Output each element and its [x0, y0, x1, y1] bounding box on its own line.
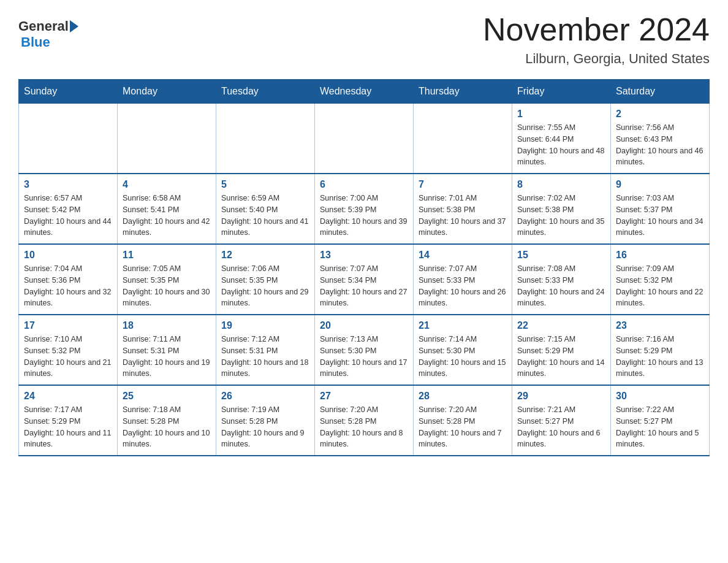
- day-info: Sunrise: 7:04 AMSunset: 5:36 PMDaylight:…: [24, 263, 112, 309]
- calendar-cell: 3Sunrise: 6:57 AMSunset: 5:42 PMDaylight…: [19, 174, 118, 244]
- calendar-cell: 12Sunrise: 7:06 AMSunset: 5:35 PMDayligh…: [216, 244, 315, 315]
- week-row-4: 17Sunrise: 7:10 AMSunset: 5:32 PMDayligh…: [19, 315, 710, 385]
- day-info: Sunrise: 7:56 AMSunset: 6:43 PMDaylight:…: [616, 122, 704, 168]
- day-number: 9: [616, 179, 704, 190]
- calendar-cell: 5Sunrise: 6:59 AMSunset: 5:40 PMDaylight…: [216, 174, 315, 244]
- day-number: 13: [320, 250, 408, 261]
- month-title: November 2024: [483, 12, 710, 47]
- day-number: 18: [123, 320, 211, 331]
- day-number: 15: [517, 250, 605, 261]
- day-number: 24: [24, 391, 112, 402]
- week-row-3: 10Sunrise: 7:04 AMSunset: 5:36 PMDayligh…: [19, 244, 710, 315]
- day-info: Sunrise: 7:20 AMSunset: 5:28 PMDaylight:…: [419, 404, 507, 450]
- calendar-cell: 16Sunrise: 7:09 AMSunset: 5:32 PMDayligh…: [611, 244, 710, 315]
- calendar-cell: 15Sunrise: 7:08 AMSunset: 5:33 PMDayligh…: [512, 244, 611, 315]
- day-info: Sunrise: 7:21 AMSunset: 5:27 PMDaylight:…: [517, 404, 605, 450]
- calendar-cell: [414, 104, 512, 174]
- day-info: Sunrise: 7:08 AMSunset: 5:33 PMDaylight:…: [517, 263, 605, 309]
- day-info: Sunrise: 7:20 AMSunset: 5:28 PMDaylight:…: [320, 404, 408, 450]
- calendar-cell: 24Sunrise: 7:17 AMSunset: 5:29 PMDayligh…: [19, 385, 118, 456]
- calendar-cell: 10Sunrise: 7:04 AMSunset: 5:36 PMDayligh…: [19, 244, 118, 315]
- calendar-cell: 28Sunrise: 7:20 AMSunset: 5:28 PMDayligh…: [414, 385, 512, 456]
- day-number: 2: [616, 109, 704, 120]
- day-number: 25: [123, 391, 211, 402]
- calendar-cell: 20Sunrise: 7:13 AMSunset: 5:30 PMDayligh…: [315, 315, 414, 385]
- calendar-cell: 14Sunrise: 7:07 AMSunset: 5:33 PMDayligh…: [414, 244, 512, 315]
- day-info: Sunrise: 7:09 AMSunset: 5:32 PMDaylight:…: [616, 263, 704, 309]
- week-row-2: 3Sunrise: 6:57 AMSunset: 5:42 PMDaylight…: [19, 174, 710, 244]
- day-number: 27: [320, 391, 408, 402]
- day-number: 22: [517, 320, 605, 331]
- day-number: 8: [517, 179, 605, 190]
- calendar-cell: 22Sunrise: 7:15 AMSunset: 5:29 PMDayligh…: [512, 315, 611, 385]
- day-info: Sunrise: 7:55 AMSunset: 6:44 PMDaylight:…: [517, 122, 605, 168]
- calendar-cell: 2Sunrise: 7:56 AMSunset: 6:43 PMDaylight…: [611, 104, 710, 174]
- header-row: SundayMondayTuesdayWednesdayThursdayFrid…: [19, 80, 710, 104]
- day-info: Sunrise: 7:00 AMSunset: 5:39 PMDaylight:…: [320, 193, 408, 239]
- header-cell-tuesday: Tuesday: [216, 80, 315, 104]
- day-number: 17: [24, 320, 112, 331]
- day-info: Sunrise: 7:15 AMSunset: 5:29 PMDaylight:…: [517, 334, 605, 380]
- calendar-cell: [118, 104, 216, 174]
- calendar-table: SundayMondayTuesdayWednesdayThursdayFrid…: [18, 79, 710, 456]
- calendar-cell: 4Sunrise: 6:58 AMSunset: 5:41 PMDaylight…: [118, 174, 216, 244]
- day-number: 12: [221, 250, 309, 261]
- day-number: 6: [320, 179, 408, 190]
- calendar-header: SundayMondayTuesdayWednesdayThursdayFrid…: [19, 80, 710, 104]
- calendar-cell: [216, 104, 315, 174]
- day-info: Sunrise: 6:58 AMSunset: 5:41 PMDaylight:…: [123, 193, 211, 239]
- week-row-5: 24Sunrise: 7:17 AMSunset: 5:29 PMDayligh…: [19, 385, 710, 456]
- calendar-cell: 18Sunrise: 7:11 AMSunset: 5:31 PMDayligh…: [118, 315, 216, 385]
- calendar-cell: 25Sunrise: 7:18 AMSunset: 5:28 PMDayligh…: [118, 385, 216, 456]
- day-number: 30: [616, 391, 704, 402]
- day-info: Sunrise: 7:12 AMSunset: 5:31 PMDaylight:…: [221, 334, 309, 380]
- day-info: Sunrise: 7:13 AMSunset: 5:30 PMDaylight:…: [320, 334, 408, 380]
- day-info: Sunrise: 7:22 AMSunset: 5:27 PMDaylight:…: [616, 404, 704, 450]
- day-number: 19: [221, 320, 309, 331]
- header-cell-wednesday: Wednesday: [315, 80, 414, 104]
- calendar-cell: 8Sunrise: 7:02 AMSunset: 5:38 PMDaylight…: [512, 174, 611, 244]
- day-number: 10: [24, 250, 112, 261]
- location-subtitle: Lilburn, Georgia, United States: [483, 51, 710, 67]
- day-info: Sunrise: 7:02 AMSunset: 5:38 PMDaylight:…: [517, 193, 605, 239]
- header-cell-thursday: Thursday: [414, 80, 512, 104]
- day-info: Sunrise: 7:19 AMSunset: 5:28 PMDaylight:…: [221, 404, 309, 450]
- logo-flag-icon: [70, 20, 78, 33]
- day-info: Sunrise: 7:06 AMSunset: 5:35 PMDaylight:…: [221, 263, 309, 309]
- day-info: Sunrise: 6:59 AMSunset: 5:40 PMDaylight:…: [221, 193, 309, 239]
- day-number: 21: [419, 320, 507, 331]
- day-info: Sunrise: 7:17 AMSunset: 5:29 PMDaylight:…: [24, 404, 112, 450]
- day-number: 16: [616, 250, 704, 261]
- page-header: General Blue November 2024 Lilburn, Geor…: [18, 12, 710, 67]
- day-number: 7: [419, 179, 507, 190]
- day-info: Sunrise: 7:18 AMSunset: 5:28 PMDaylight:…: [123, 404, 211, 450]
- header-cell-saturday: Saturday: [611, 80, 710, 104]
- calendar-cell: [315, 104, 414, 174]
- day-info: Sunrise: 7:11 AMSunset: 5:31 PMDaylight:…: [123, 334, 211, 380]
- calendar-cell: 29Sunrise: 7:21 AMSunset: 5:27 PMDayligh…: [512, 385, 611, 456]
- calendar-cell: 23Sunrise: 7:16 AMSunset: 5:29 PMDayligh…: [611, 315, 710, 385]
- day-info: Sunrise: 7:16 AMSunset: 5:29 PMDaylight:…: [616, 334, 704, 380]
- day-number: 29: [517, 391, 605, 402]
- calendar-cell: 27Sunrise: 7:20 AMSunset: 5:28 PMDayligh…: [315, 385, 414, 456]
- day-number: 5: [221, 179, 309, 190]
- calendar-cell: 21Sunrise: 7:14 AMSunset: 5:30 PMDayligh…: [414, 315, 512, 385]
- day-info: Sunrise: 6:57 AMSunset: 5:42 PMDaylight:…: [24, 193, 112, 239]
- day-number: 14: [419, 250, 507, 261]
- calendar-cell: 17Sunrise: 7:10 AMSunset: 5:32 PMDayligh…: [19, 315, 118, 385]
- day-info: Sunrise: 7:01 AMSunset: 5:38 PMDaylight:…: [419, 193, 507, 239]
- day-info: Sunrise: 7:05 AMSunset: 5:35 PMDaylight:…: [123, 263, 211, 309]
- calendar-cell: 1Sunrise: 7:55 AMSunset: 6:44 PMDaylight…: [512, 104, 611, 174]
- calendar-cell: [19, 104, 118, 174]
- day-info: Sunrise: 7:07 AMSunset: 5:34 PMDaylight:…: [320, 263, 408, 309]
- day-info: Sunrise: 7:07 AMSunset: 5:33 PMDaylight:…: [419, 263, 507, 309]
- logo-general-text: General: [18, 18, 69, 34]
- day-info: Sunrise: 7:03 AMSunset: 5:37 PMDaylight:…: [616, 193, 704, 239]
- logo-text: General: [18, 18, 80, 34]
- calendar-cell: 13Sunrise: 7:07 AMSunset: 5:34 PMDayligh…: [315, 244, 414, 315]
- day-number: 23: [616, 320, 704, 331]
- calendar-cell: 19Sunrise: 7:12 AMSunset: 5:31 PMDayligh…: [216, 315, 315, 385]
- day-number: 28: [419, 391, 507, 402]
- calendar-body: 1Sunrise: 7:55 AMSunset: 6:44 PMDaylight…: [19, 104, 710, 456]
- calendar-cell: 11Sunrise: 7:05 AMSunset: 5:35 PMDayligh…: [118, 244, 216, 315]
